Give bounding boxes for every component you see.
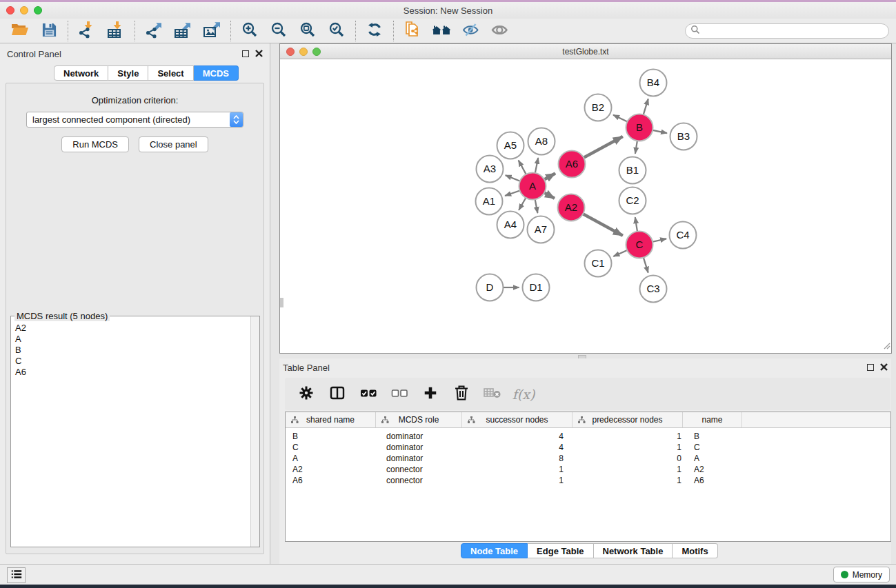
- table-cell[interactable]: connector: [377, 465, 464, 474]
- table-cell[interactable]: A2: [686, 465, 746, 474]
- close-panel-icon[interactable]: [255, 48, 263, 60]
- graph-edge-A-A4[interactable]: [519, 198, 526, 210]
- graph-edge-C-C1[interactable]: [613, 250, 627, 256]
- table-cell[interactable]: B: [286, 432, 377, 441]
- run-mcds-button[interactable]: Run MCDS: [61, 136, 129, 152]
- table-cell[interactable]: 1: [575, 432, 686, 441]
- close-panel-button[interactable]: Close panel: [139, 136, 208, 152]
- graph-edge-B-B4[interactable]: [644, 99, 648, 114]
- new-session-from-network-button[interactable]: [398, 20, 427, 42]
- table-cell[interactable]: 4: [464, 432, 575, 441]
- mcds-result-item[interactable]: C: [15, 356, 259, 367]
- network-graph[interactable]: B4B2BB3A8A5A6A3B1AC2A1A2A4A7C4CC1C3DD1: [280, 59, 891, 353]
- zoom-in-button[interactable]: [235, 20, 264, 42]
- node-table[interactable]: shared nameMCDS rolesuccessor nodesprede…: [285, 412, 891, 542]
- resize-grip-icon[interactable]: [883, 340, 890, 352]
- task-history-button[interactable]: [7, 567, 26, 583]
- table-row[interactable]: A2connector11A2: [286, 464, 890, 475]
- graph-edge-A-A3[interactable]: [506, 175, 520, 181]
- graph-edge-B-B3[interactable]: [653, 130, 667, 133]
- graph-edge-A-A1[interactable]: [505, 190, 519, 195]
- graph-edge-C-C2[interactable]: [635, 217, 637, 232]
- export-network-button[interactable]: [139, 20, 168, 42]
- table-cell[interactable]: A: [286, 454, 377, 463]
- add-column-button[interactable]: [420, 384, 441, 405]
- canvas-mini-scrollbar[interactable]: [280, 298, 283, 307]
- graph-edge-A2-C[interactable]: [583, 214, 623, 235]
- result-scrollbar[interactable]: [250, 316, 259, 547]
- mcds-result-item[interactable]: A2: [15, 323, 259, 334]
- column-header-name[interactable]: name: [683, 412, 742, 427]
- tab-mcds[interactable]: MCDS: [194, 65, 239, 81]
- criterion-dropdown[interactable]: largest connected component (directed): [26, 112, 243, 128]
- export-table-button[interactable]: [168, 20, 197, 42]
- graph-edge-C-C4[interactable]: [653, 239, 666, 241]
- tab-network-table[interactable]: Network Table: [594, 543, 673, 558]
- table-cell[interactable]: C: [686, 443, 746, 452]
- graph-edge-C-C3[interactable]: [644, 258, 648, 273]
- column-header-successor-nodes[interactable]: successor nodes: [462, 412, 573, 427]
- mcds-result-item[interactable]: A: [15, 334, 259, 345]
- table-row[interactable]: Adominator80A: [286, 453, 890, 464]
- network-canvas[interactable]: B4B2BB3A8A5A6A3B1AC2A1A2A4A7C4CC1C3DD1: [280, 59, 891, 353]
- zoom-fit-button[interactable]: [293, 20, 322, 42]
- table-cell[interactable]: dominator: [377, 443, 464, 452]
- column-header-MCDS-role[interactable]: MCDS role: [376, 412, 462, 427]
- search-input[interactable]: [704, 26, 884, 36]
- float-panel-icon[interactable]: [242, 50, 249, 57]
- table-cell[interactable]: 0: [575, 454, 686, 463]
- table-cell[interactable]: connector: [377, 476, 464, 485]
- graph-edge-A-A8[interactable]: [535, 158, 538, 173]
- home-pair-button[interactable]: [427, 20, 456, 42]
- table-cell[interactable]: C: [286, 443, 377, 452]
- graph-edge-B-B1[interactable]: [635, 141, 637, 154]
- table-cell[interactable]: 1: [575, 465, 686, 474]
- table-cell[interactable]: 1: [464, 476, 575, 485]
- graph-edge-B-B2[interactable]: [613, 115, 627, 122]
- close-panel-icon[interactable]: [880, 361, 888, 374]
- table-cell[interactable]: A6: [286, 476, 377, 485]
- deselect-all-button[interactable]: [389, 384, 410, 405]
- tab-edge-table[interactable]: Edge Table: [528, 543, 593, 558]
- graph-edge-A-A6[interactable]: [544, 173, 555, 179]
- table-row[interactable]: A6connector11A6: [286, 475, 890, 486]
- graph-edge-A-A5[interactable]: [519, 161, 526, 174]
- import-network-button[interactable]: [72, 20, 101, 42]
- table-cell[interactable]: dominator: [377, 432, 464, 441]
- float-panel-icon[interactable]: [867, 364, 874, 371]
- table-cell[interactable]: A: [686, 454, 746, 463]
- graph-edge-A6-B[interactable]: [584, 136, 623, 158]
- column-header-predecessor-nodes[interactable]: predecessor nodes: [573, 412, 683, 427]
- table-row[interactable]: Bdominator41B: [286, 431, 890, 442]
- table-cell[interactable]: 4: [464, 443, 575, 452]
- tab-select[interactable]: Select: [148, 65, 193, 81]
- table-cell[interactable]: A2: [286, 465, 377, 474]
- tab-node-table[interactable]: Node Table: [461, 543, 528, 558]
- save-session-button[interactable]: [34, 20, 63, 42]
- tab-motifs[interactable]: Motifs: [673, 543, 717, 558]
- import-table-button[interactable]: [101, 20, 130, 42]
- tab-network[interactable]: Network: [54, 65, 108, 81]
- table-cell[interactable]: A6: [686, 476, 746, 485]
- network-window-titlebar[interactable]: testGlobe.txt: [280, 44, 891, 59]
- zoom-selected-button[interactable]: [322, 20, 351, 42]
- table-cell[interactable]: 1: [575, 476, 686, 485]
- function-builder-button[interactable]: f(x): [513, 384, 534, 405]
- show-graphics-details-button[interactable]: [485, 20, 514, 42]
- mcds-result-item[interactable]: B: [15, 345, 259, 356]
- export-image-button[interactable]: [197, 20, 226, 42]
- hide-graphics-details-button[interactable]: [456, 20, 485, 42]
- table-cell[interactable]: 1: [464, 465, 575, 474]
- refresh-button[interactable]: [360, 20, 389, 42]
- table-row[interactable]: Cdominator41C: [286, 442, 890, 453]
- select-all-button[interactable]: [358, 384, 379, 405]
- graph-edge-A-A7[interactable]: [535, 199, 538, 213]
- open-session-button[interactable]: [6, 20, 34, 42]
- mcds-result-item[interactable]: A6: [15, 367, 259, 378]
- table-cell[interactable]: 1: [575, 443, 686, 452]
- show-column-button[interactable]: [327, 384, 348, 405]
- tab-style[interactable]: Style: [108, 65, 148, 81]
- table-cell[interactable]: dominator: [377, 454, 464, 463]
- delete-column-button[interactable]: [451, 384, 472, 405]
- zoom-out-button[interactable]: [264, 20, 293, 42]
